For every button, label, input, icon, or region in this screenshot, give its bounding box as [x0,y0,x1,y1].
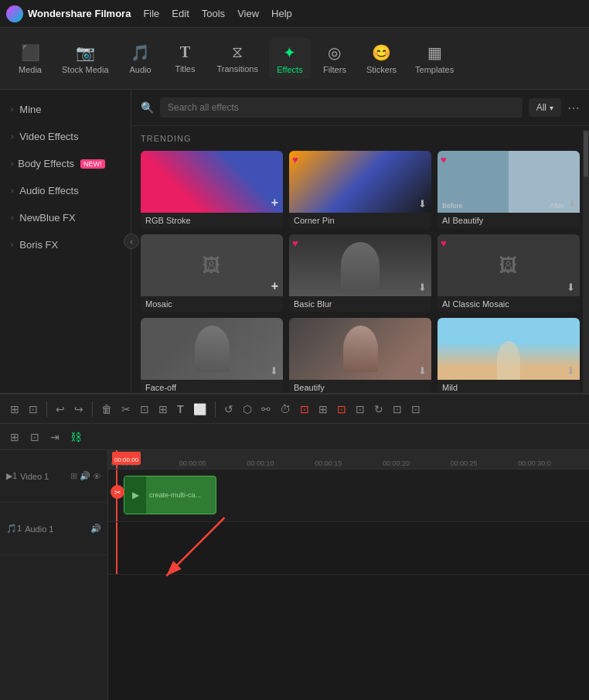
delete-button[interactable]: 🗑 [97,400,116,418]
audio-track-lane[interactable] [108,522,589,575]
sidebar-item-audio-effects[interactable]: › Audio Effects [0,177,131,204]
redo-button[interactable]: ↪ [70,400,87,418]
tool-audio[interactable]: 🎵 Audio [120,39,162,79]
image-icon: 🖼 [499,254,518,276]
video-track-eye-button[interactable]: 👁 [93,471,101,481]
crop-button[interactable]: ⊡ [25,400,42,418]
shape-button[interactable]: ⬜ [189,400,210,418]
more-options-button[interactable]: ⋯ [567,101,580,115]
playhead-indicator: 00:00:00 [116,450,117,469]
menu-edit[interactable]: Edit [172,8,189,19]
extra-button[interactable]: ⊡ [407,400,424,418]
multicam-view-button[interactable]: ⛓ [66,429,85,446]
lens-correction-button[interactable]: ⊡ [352,400,369,418]
effects-grid: ♥ + RGB Stroke ♥ ⬇ Corner Pin [141,151,580,393]
audio-track-controls: 🔊 [90,524,101,534]
multicam-button[interactable]: ⊡ [389,400,406,418]
download-icon[interactable]: ⬇ [568,198,577,210]
menu-view[interactable]: View [237,8,259,19]
video-track-name: Video 1 [20,472,49,481]
effect-label-corner-pin: Corner Pin [289,213,431,228]
speed-button[interactable]: ↺ [220,400,237,418]
video-track-lane[interactable]: ✂ ▶ create-multi-ca... [108,470,589,522]
filters-icon: ◎ [328,43,341,62]
effect-thumb-face-off: ⬇ [141,318,283,380]
download-icon[interactable]: ⬇ [418,365,427,377]
freeze-button[interactable]: ⚯ [257,400,274,418]
add-icon[interactable]: + [271,196,278,210]
effect-label-ai-classic-mosaic: AI Classic Mosaic [437,296,580,312]
effect-card-ai-beautify[interactable]: ♥ Before After ⬇ AI Beautify [437,151,580,228]
audio-track-speaker-button[interactable]: 🔊 [90,524,101,534]
effect-card-face-off[interactable]: ⬇ Face-off [141,318,283,393]
effect-card-ai-classic-mosaic[interactable]: 🖼 ♥ ⬇ AI Classic Mosaic [437,234,580,312]
undo-button[interactable]: ↩ [52,400,69,418]
effect-card-mild[interactable]: ⬇ Mild [437,318,580,393]
effects-label: Effects [277,65,302,74]
resize-button[interactable]: ⊞ [155,400,172,418]
effect-card-corner-pin[interactable]: ♥ ⬇ Corner Pin [289,151,431,228]
video-track-num: ▶1 [6,471,17,481]
download-icon[interactable]: ⬇ [270,365,278,377]
filter-button[interactable]: All ▾ [529,98,561,117]
heart-icon: ♥ [441,237,447,249]
ruler-mark-4: 00:00:20 [383,459,451,467]
search-input[interactable] [160,97,523,118]
download-icon[interactable]: ⬇ [418,198,427,210]
sidebar-item-video-effects[interactable]: › Video Effects [0,123,131,150]
link-button[interactable]: ⊡ [26,429,43,446]
sidebar-item-newblue-fx[interactable]: › NewBlue FX [0,204,131,231]
tool-transitions[interactable]: ⧖ Transitions [209,39,266,78]
video-track-speaker-button[interactable]: 🔊 [80,471,90,481]
effect-card-mosaic[interactable]: 🖼 + Mosaic [141,234,283,312]
timeline-area: ⊞ ⊡ ↩ ↪ 🗑 ✂ ⊡ ⊞ T ⬜ ↺ ⬡ ⚯ ⏱ ⊡ ⊞ ⊡ ⊡ ↻ ⊡ … [0,393,589,700]
ai-button[interactable]: ⊞ [315,400,332,418]
sidebar-item-mine[interactable]: › Mine [0,96,131,123]
timer-button[interactable]: ⏱ [276,400,294,418]
media-label: Media [19,65,42,74]
effect-card-beautify[interactable]: ⬇ Beautify [289,318,431,393]
cut-button[interactable]: ✂ [117,400,134,418]
ruler-mark-3: 00:00:15 [315,459,383,467]
tracks-area: ▶1 Video 1 ⊞ 🔊 👁 🎵1 Audio 1 🔊 [0,450,589,700]
sidebar-item-boris-fx[interactable]: › Boris FX [0,231,131,258]
audio-track-label: 🎵1 Audio 1 🔊 [0,503,107,555]
effect-thumb-basic-blur: ♥ ⬇ [289,234,431,296]
collapse-sidebar-button[interactable]: ‹ [124,234,139,249]
after-label: After [550,202,564,210]
download-icon[interactable]: ⬇ [567,282,575,293]
sidebar-item-body-effects[interactable]: › Body Effects NEW! [0,150,131,177]
effect-card-basic-blur[interactable]: ♥ ⬇ Basic Blur [289,234,431,312]
color-match-button[interactable]: ⬡ [239,400,256,418]
text-button[interactable]: T [173,400,188,418]
scene-split-button[interactable]: ⊞ [6,400,23,418]
menu-file[interactable]: File [143,8,159,19]
tool-filters[interactable]: ◎ Filters [314,39,356,79]
crop-video-button[interactable]: ⊡ [136,400,153,418]
sidebar: › Mine › Video Effects › Body Effects NE… [0,90,131,393]
ruler-mark-6: 00:00:30:0 [518,459,586,467]
detach-audio-button[interactable]: ⇥ [46,429,63,446]
add-icon[interactable]: + [271,279,278,293]
stabilize-button[interactable]: ⊡ [333,400,350,418]
effect-card-rgb-stroke[interactable]: ♥ + RGB Stroke [141,151,283,228]
tool-effects[interactable]: ✦ Effects [269,39,311,79]
tool-media[interactable]: ⬛ Media [9,39,51,79]
tool-titles[interactable]: T Titles [165,39,206,78]
video-track-add-button[interactable]: ⊞ [70,471,77,481]
scrollbar-thumb[interactable] [584,131,588,177]
video-clip[interactable]: ▶ create-multi-ca... [124,476,216,514]
motion-button[interactable]: ⊡ [296,400,313,418]
audio-icon: 🎵 [131,43,150,62]
tool-templates[interactable]: ▦ Templates [407,39,461,79]
effect-label-basic-blur: Basic Blur [289,296,431,312]
download-icon[interactable]: ⬇ [567,365,575,377]
content-scrollbar[interactable] [583,130,589,393]
add-track-button[interactable]: ⊞ [6,429,23,446]
tool-stock-media[interactable]: 📷 Stock Media [54,39,117,79]
menu-help[interactable]: Help [271,8,292,19]
360-button[interactable]: ↻ [370,400,387,418]
download-icon[interactable]: ⬇ [418,282,427,293]
menu-tools[interactable]: Tools [202,8,225,19]
tool-stickers[interactable]: 😊 Stickers [359,39,404,79]
